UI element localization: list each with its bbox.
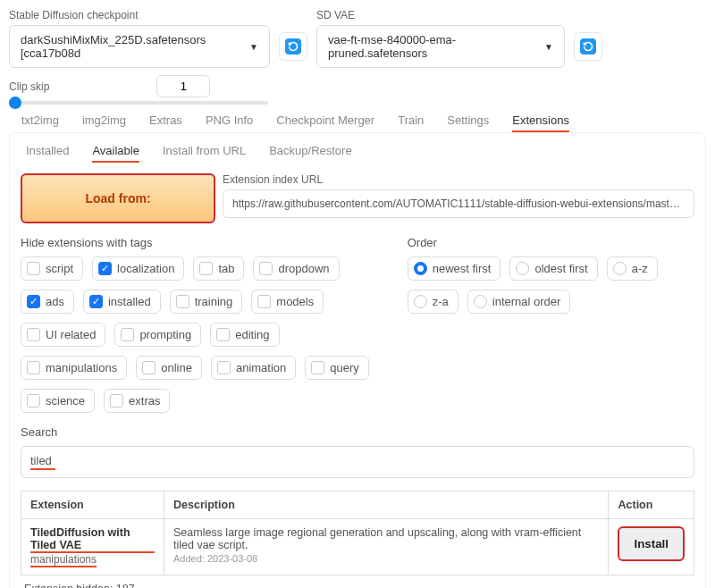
checkbox-icon bbox=[142, 361, 156, 374]
tab-png-info[interactable]: PNG Info bbox=[206, 113, 253, 132]
checkbox-icon bbox=[199, 262, 213, 275]
install-button[interactable]: Install bbox=[618, 526, 685, 561]
checkpoint-value: darkSushiMixMix_225D.safetensors [cca17b… bbox=[21, 33, 242, 60]
col-action: Action bbox=[609, 491, 694, 519]
col-extension: Extension bbox=[21, 491, 164, 519]
checkbox-icon: ✓ bbox=[89, 295, 103, 308]
tab-extras[interactable]: Extras bbox=[149, 113, 182, 132]
checkpoint-refresh-button[interactable] bbox=[279, 32, 307, 61]
hide-tag-animation[interactable]: animation bbox=[211, 356, 296, 380]
tab-txt2img[interactable]: txt2img bbox=[21, 113, 59, 132]
chip-label: internal order bbox=[492, 295, 561, 308]
chip-label: prompting bbox=[139, 328, 191, 341]
vae-value: vae-ft-mse-840000-ema-pruned.safetensors bbox=[328, 33, 537, 60]
hide-tag-models[interactable]: models bbox=[251, 290, 324, 314]
chip-label: query bbox=[330, 361, 359, 374]
chip-label: ads bbox=[46, 295, 64, 308]
chip-label: localization bbox=[117, 262, 174, 275]
extension-added: Added: 2023-03-08 bbox=[173, 553, 599, 564]
hide-tag-tab[interactable]: tab bbox=[193, 256, 244, 281]
order-z-a[interactable]: z-a bbox=[408, 290, 458, 314]
refresh-icon bbox=[285, 38, 301, 55]
chip-label: a-z bbox=[632, 262, 648, 275]
chip-label: installed bbox=[108, 295, 151, 308]
radio-icon bbox=[516, 262, 529, 275]
chip-label: newest first bbox=[433, 262, 492, 275]
index-url-input[interactable] bbox=[223, 189, 694, 218]
hide-tag-science[interactable]: science bbox=[21, 389, 95, 413]
hide-tag-localization[interactable]: ✓localization bbox=[92, 256, 184, 281]
table-row: TiledDiffusion with Tiled VAEmanipulatio… bbox=[21, 519, 694, 575]
clip-skip-input[interactable] bbox=[156, 75, 210, 97]
checkbox-icon bbox=[311, 361, 324, 374]
chip-label: UI related bbox=[46, 328, 96, 341]
vae-label: SD VAE bbox=[316, 9, 602, 21]
checkbox-icon bbox=[27, 361, 40, 374]
search-value: tiled bbox=[30, 454, 55, 470]
checkbox-icon bbox=[121, 328, 134, 341]
hidden-count: Extension hidden: 187 bbox=[21, 583, 694, 588]
hide-tag-UI-related[interactable]: UI related bbox=[21, 323, 105, 347]
order-internal-order[interactable]: internal order bbox=[467, 290, 571, 314]
clip-skip-label: Clip skip bbox=[9, 80, 49, 93]
chip-label: training bbox=[195, 295, 233, 308]
hide-tag-extras[interactable]: extras bbox=[104, 389, 170, 413]
checkbox-icon bbox=[27, 328, 40, 341]
refresh-icon bbox=[580, 38, 596, 55]
hide-tag-training[interactable]: training bbox=[170, 290, 243, 314]
subtab-available[interactable]: Available bbox=[92, 144, 139, 163]
subtab-install-from-url[interactable]: Install from URL bbox=[163, 144, 246, 163]
extension-name: TiledDiffusion with Tiled VAEmanipulatio… bbox=[30, 526, 155, 567]
hide-tag-dropdown[interactable]: dropdown bbox=[253, 256, 339, 281]
chevron-down-icon: ▼ bbox=[249, 42, 258, 52]
tab-img2img[interactable]: img2img bbox=[82, 113, 126, 132]
chip-label: models bbox=[276, 295, 314, 308]
load-from-button[interactable]: Load from: bbox=[21, 173, 215, 223]
radio-icon bbox=[474, 295, 487, 308]
subtab-installed[interactable]: Installed bbox=[26, 144, 69, 163]
vae-select[interactable]: vae-ft-mse-840000-ema-pruned.safetensors… bbox=[316, 25, 565, 68]
hide-tag-query[interactable]: query bbox=[305, 356, 369, 380]
extension-description: Seamless large image regional generation… bbox=[173, 526, 599, 551]
checkpoint-select[interactable]: darkSushiMixMix_225D.safetensors [cca17b… bbox=[9, 25, 270, 68]
tab-checkpoint-merger[interactable]: Checkpoint Merger bbox=[276, 113, 374, 132]
search-label: Search bbox=[21, 425, 694, 439]
vae-refresh-button[interactable] bbox=[574, 32, 602, 61]
order-label: Order bbox=[408, 236, 694, 249]
hide-tag-installed[interactable]: ✓installed bbox=[83, 290, 161, 314]
subtab-backup-restore[interactable]: Backup/Restore bbox=[269, 144, 352, 163]
order-oldest-first[interactable]: oldest first bbox=[509, 256, 597, 281]
chip-label: online bbox=[161, 361, 192, 374]
tab-train[interactable]: Train bbox=[398, 113, 424, 132]
chip-label: tab bbox=[218, 262, 234, 275]
checkbox-icon bbox=[110, 394, 123, 407]
radio-icon bbox=[414, 262, 427, 275]
chip-label: oldest first bbox=[534, 262, 587, 275]
hide-tag-editing[interactable]: editing bbox=[210, 323, 279, 347]
checkpoint-label: Stable Diffusion checkpoint bbox=[9, 9, 307, 21]
order-a-z[interactable]: a-z bbox=[607, 256, 658, 281]
hide-tag-online[interactable]: online bbox=[136, 356, 202, 380]
checkbox-icon bbox=[217, 361, 231, 374]
tab-settings[interactable]: Settings bbox=[447, 113, 489, 132]
checkbox-icon: ✓ bbox=[98, 262, 112, 275]
order-newest-first[interactable]: newest first bbox=[408, 256, 501, 281]
hide-tag-script[interactable]: script bbox=[21, 256, 83, 281]
checkbox-icon bbox=[257, 295, 271, 308]
clip-skip-slider[interactable] bbox=[9, 101, 268, 105]
checkbox-icon bbox=[216, 328, 230, 341]
search-input[interactable]: tiled bbox=[21, 446, 694, 478]
hide-tag-ads[interactable]: ✓ads bbox=[21, 290, 74, 314]
chip-label: editing bbox=[235, 328, 269, 341]
col-description: Description bbox=[164, 491, 609, 519]
slider-thumb[interactable] bbox=[9, 97, 21, 109]
extensions-table: ExtensionDescriptionAction TiledDiffusio… bbox=[21, 491, 694, 575]
hide-tags-label: Hide extensions with tags bbox=[21, 236, 372, 249]
hide-tag-prompting[interactable]: prompting bbox=[114, 323, 201, 347]
tab-extensions[interactable]: Extensions bbox=[512, 113, 569, 132]
chip-label: animation bbox=[236, 361, 286, 374]
hide-tag-manipulations[interactable]: manipulations bbox=[21, 356, 127, 380]
chip-label: science bbox=[46, 394, 85, 407]
checkbox-icon bbox=[259, 262, 273, 275]
chip-label: z-a bbox=[433, 295, 449, 308]
